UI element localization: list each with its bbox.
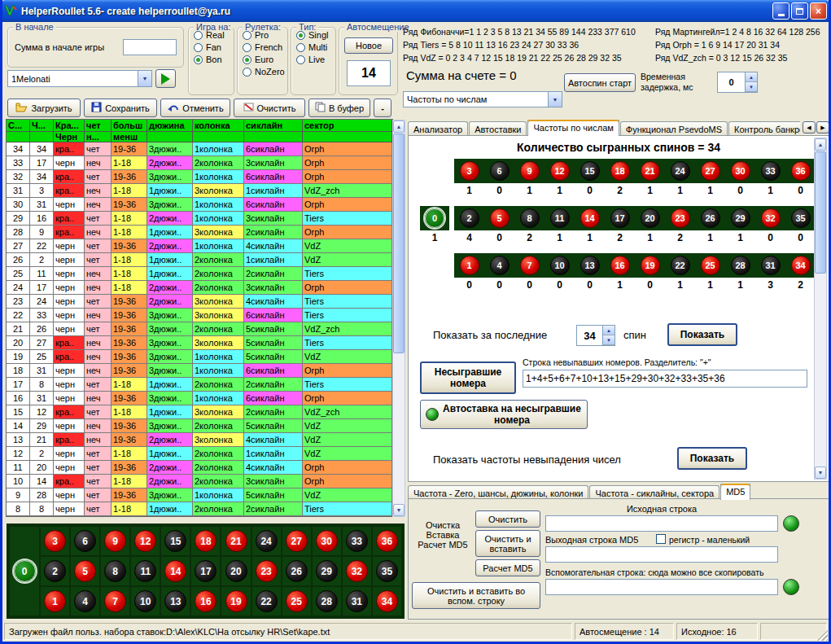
number-chip[interactable]: 5 [74, 560, 96, 582]
source-string-field[interactable] [545, 515, 778, 532]
table-scrollbar[interactable]: ▲ ▼ [392, 120, 405, 517]
number-chip[interactable]: 14 [164, 560, 186, 582]
board-cell[interactable]: 16 [190, 586, 221, 616]
table-row[interactable]: 1429черннеч19-363дюжи..2колонка5сиклайнV… [7, 419, 392, 433]
board-cell[interactable]: 1 [40, 586, 70, 616]
table-row[interactable]: 1512кра..чет1-181дюжи..3колонка2сиклайнV… [7, 405, 392, 419]
number-chip[interactable]: 8 [104, 560, 126, 582]
board-cell[interactable]: 15 [160, 526, 190, 556]
new-shift-button[interactable]: Новое [344, 37, 393, 54]
board-cell[interactable]: 21 [221, 526, 251, 556]
board-cell[interactable]: 28 [312, 586, 342, 616]
board-cell[interactable]: 14 [160, 556, 190, 586]
board-cell[interactable]: 33 [342, 526, 372, 556]
register-checkbox[interactable] [656, 534, 666, 544]
table-row[interactable]: 3317черннеч1-182дюжи..2колонка3сиклайнOr… [7, 156, 392, 170]
output-string-field[interactable] [545, 546, 778, 563]
board-cell[interactable]: 8 [100, 556, 130, 586]
table-row[interactable]: 3031черннеч19-363дюжи..1колонка6сиклайнO… [7, 198, 392, 212]
spin-down-icon[interactable]: ▼ [603, 335, 615, 345]
spin-up-icon[interactable]: ▲ [603, 326, 615, 335]
board-cell[interactable]: 18 [190, 526, 221, 556]
autospin-button[interactable]: Автоспин старт [564, 73, 636, 92]
number-chip[interactable]: 1 [44, 590, 66, 612]
number-chip[interactable]: 18 [195, 530, 216, 552]
nonplayed-numbers-button[interactable]: Несыгравшие номера [420, 361, 516, 394]
table-row[interactable]: 2324чернчет19-362дюжи..3колонка4сиклайнT… [7, 295, 392, 309]
number-chip[interactable]: 26 [286, 560, 308, 582]
table-row[interactable]: 2916кра..чет1-182дюжи..1колонка3сиклайнT… [7, 212, 392, 226]
board-cell[interactable]: 7 [100, 586, 130, 616]
table-row[interactable]: 2027кра..неч19-363дюжи..3колонка5сиклайн… [7, 336, 392, 350]
number-chip[interactable]: 32 [346, 560, 368, 582]
scroll-up-icon[interactable]: ▲ [393, 120, 405, 133]
number-chip[interactable]: 7 [104, 590, 126, 612]
number-chip[interactable]: 16 [195, 590, 216, 612]
board-cell[interactable]: 22 [251, 586, 282, 616]
radio-fan[interactable]: Fan [194, 42, 234, 52]
number-chip[interactable]: 29 [316, 560, 338, 582]
number-chip[interactable]: 13 [164, 590, 186, 612]
board-cell[interactable]: 34 [372, 586, 402, 616]
preset-combo[interactable]: 1Melonati ▼ [7, 70, 152, 87]
board-cell[interactable]: 24 [251, 526, 282, 556]
board-cell[interactable]: 36 [372, 526, 402, 556]
number-chip[interactable]: 24 [256, 530, 278, 552]
number-chip[interactable]: 25 [286, 590, 308, 612]
board-cell[interactable]: 11 [130, 556, 160, 586]
md5-calc-button[interactable]: Расчет MD5 [475, 559, 540, 576]
radio-euro[interactable]: Euro [243, 55, 287, 64]
number-chip[interactable]: 2 [44, 560, 66, 582]
table-row[interactable]: 1014кра..чет1-182дюжи..2колонка3сиклайнO… [7, 475, 392, 488]
play-button[interactable] [155, 69, 176, 88]
load-button[interactable]: Загрузить [7, 99, 81, 117]
board-cell[interactable]: 13 [160, 586, 190, 616]
board-cell[interactable]: 4 [70, 586, 100, 616]
table-row[interactable]: 2511черннеч1-181дюжи..2колонка2сиклайнTi… [7, 267, 392, 281]
board-zero-cell[interactable]: 0 [9, 526, 40, 616]
chevron-down-icon[interactable]: ▼ [138, 71, 151, 86]
show-frequency-button[interactable]: Показать [677, 447, 747, 470]
number-chip[interactable]: 27 [286, 530, 308, 552]
number-chip[interactable]: 35 [376, 560, 398, 582]
number-chip[interactable]: 10 [134, 590, 156, 612]
md5-clear-button[interactable]: Очистить [475, 510, 540, 528]
clear-button[interactable]: Очистить [234, 99, 305, 117]
board-cell[interactable]: 25 [282, 586, 312, 616]
board-cell[interactable]: 23 [251, 556, 282, 586]
number-chip[interactable]: 12 [134, 530, 156, 552]
copy-buffer-button[interactable]: В буфер [308, 99, 370, 117]
aux-string-field[interactable] [545, 579, 778, 595]
table-row[interactable]: 1120чернчет19-362дюжи..2колонка4сиклайнO… [7, 461, 392, 475]
table-row[interactable]: 1831черннеч19-363дюжи..1колонка6сиклайнO… [7, 364, 392, 378]
start-sum-input[interactable] [123, 39, 177, 55]
nonplayed-field[interactable] [523, 370, 807, 388]
number-chip[interactable]: 23 [256, 560, 278, 582]
md5-clear-paste-button[interactable]: Очистить и вставить [475, 530, 540, 557]
table-row[interactable]: 928чернчет19-363дюжи..1колонка5сиклайнVd… [7, 488, 392, 502]
board-cell[interactable]: 3 [40, 526, 70, 556]
scroll-down-icon[interactable]: ▼ [815, 467, 826, 479]
delay-spinner[interactable]: 0 ▲ ▼ [717, 72, 758, 93]
table-row[interactable]: 1925кра..неч19-363дюжи..1колонка5сиклайн… [7, 350, 392, 364]
board-cell[interactable]: 5 [70, 556, 100, 586]
radio-nozero[interactable]: NoZero [243, 67, 287, 77]
radio-bon[interactable]: Bon [194, 55, 234, 64]
number-chip[interactable]: 11 [134, 560, 156, 582]
table-row[interactable]: 122чернчет1-181дюжи..2колонка1сиклайнVdZ [7, 447, 392, 461]
table-row[interactable]: 289кра..неч1-181дюжи..3колонка2сиклайнOr… [7, 226, 392, 239]
frequencies-scrollbar[interactable]: ▲ ▼ [814, 138, 827, 480]
board-cell[interactable]: 32 [342, 556, 372, 586]
board-cell[interactable]: 35 [372, 556, 402, 586]
board-cell[interactable]: 30 [312, 526, 342, 556]
spin-up-icon[interactable]: ▲ [746, 72, 757, 82]
scrollbar-thumb[interactable] [815, 151, 826, 274]
tab-Частоты по числам[interactable]: Частоты по числам [527, 120, 619, 136]
number-chip[interactable]: 17 [195, 560, 216, 582]
mode-combo[interactable]: Частоты по числам ▼ [403, 91, 562, 107]
number-chip[interactable]: 34 [376, 590, 398, 612]
table-row[interactable]: 88чернчет1-181дюжи..2колонка2сиклайнTier… [7, 502, 392, 516]
tab-Автоставки[interactable]: Автоставки [469, 121, 527, 136]
md5-clear-paste-aux-button[interactable]: Очистить и вставить во вспом. строку [412, 582, 540, 609]
radio-live[interactable]: Live [296, 55, 335, 64]
